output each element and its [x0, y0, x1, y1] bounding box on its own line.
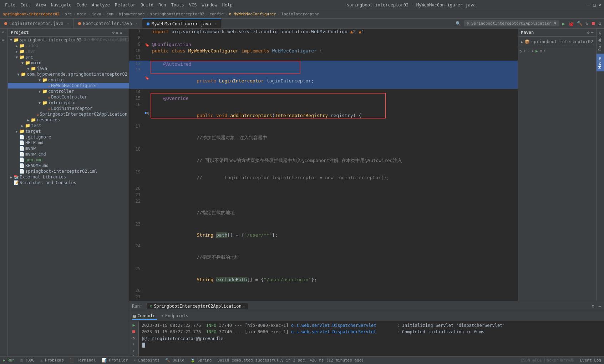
problems-button[interactable]: ⚠ Problems: [40, 358, 64, 363]
tree-item-root[interactable]: ▼ 📁 springboot-interceptor02 D:\HHH\Desk…: [8, 37, 129, 43]
sidebar-gear-icon[interactable]: ⚙: [120, 30, 122, 35]
run-play-button[interactable]: ▶: [131, 323, 137, 328]
tree-item-interceptor[interactable]: ▼ 📁 interceptor: [8, 100, 129, 106]
tab-mywebmvcconfigurer[interactable]: MyWebMvcConfigurer.java ✕: [142, 19, 221, 28]
tree-item-gitignore[interactable]: 📄 .gitignore: [8, 134, 129, 140]
tree-item-main[interactable]: ▼ 📁 main: [8, 60, 129, 66]
tab-mywebmvcconfigurer-close[interactable]: ✕: [214, 22, 217, 26]
tab-logininterceptor[interactable]: LoginInterceptor.java ✕: [0, 19, 74, 28]
breadcrumb-src[interactable]: src: [65, 12, 72, 16]
favorites-icon[interactable]: F: [0, 36, 7, 44]
debug-button[interactable]: 🐞: [568, 21, 574, 26]
vtab-maven[interactable]: Maven: [597, 54, 604, 71]
tab-bootcontroller[interactable]: BootController.java ✕: [74, 19, 142, 28]
tree-item-resources[interactable]: ▶ 📁 resources: [8, 117, 129, 123]
sidebar-collapse-icon[interactable]: —: [123, 30, 126, 35]
tree-item-mvn[interactable]: ▶ 📁 .mvn: [8, 49, 129, 54]
spring-button[interactable]: 🍃 Spring: [190, 358, 212, 363]
tree-item-target[interactable]: ▶ 📁 target: [8, 128, 129, 134]
tree-item-test[interactable]: ▶ 📁 test: [8, 123, 129, 128]
breadcrumb-logininterceptor[interactable]: loginInterceptor: [281, 12, 319, 16]
run-clear-button[interactable]: 🗑: [131, 355, 137, 356]
run-gutter-icon[interactable]: ●: [145, 111, 147, 115]
maven-run-icon[interactable]: ▶: [536, 49, 538, 54]
build-button-statusbar[interactable]: 🔨 Build: [165, 358, 184, 363]
run-stop-button[interactable]: ⏹: [131, 329, 137, 334]
tree-item-config[interactable]: ▼ 📁 config: [8, 77, 129, 83]
tree-item-java[interactable]: ▼ 📁 java: [8, 66, 129, 71]
breadcrumb-java[interactable]: java: [92, 12, 101, 16]
menu-tools[interactable]: Tools: [169, 2, 186, 8]
tab-logininterceptor-close[interactable]: ✕: [67, 21, 69, 25]
tree-item-mvnwcmd[interactable]: 📄 mvnw.cmd: [8, 151, 129, 157]
tree-item-scratches[interactable]: 📝 Scratches and Consoles: [8, 180, 129, 186]
code-scroll-area[interactable]: 7 import org.springframework.web.servlet…: [129, 29, 518, 301]
run-minimize-icon[interactable]: —: [599, 304, 601, 309]
close-button[interactable]: ✕: [599, 2, 601, 7]
breadcrumb-springbootinterceptor02[interactable]: springbootinterceptor02: [150, 12, 204, 16]
breadcrumb-config[interactable]: config: [209, 12, 224, 16]
menu-build[interactable]: Build: [138, 2, 156, 8]
tree-item-src[interactable]: ▼ 📁 src: [8, 54, 129, 60]
menu-navigate[interactable]: Navigate: [49, 2, 74, 8]
breadcrumb-project[interactable]: springboot-interceptor02: [3, 12, 60, 16]
todo-button[interactable]: ☑ TODO: [20, 358, 35, 363]
endpoints-button[interactable]: ⚡ Endpoints: [133, 358, 159, 363]
breadcrumb-configurer[interactable]: ⚙ MyWebMvcConfigurer: [229, 12, 276, 16]
build-button[interactable]: 🔨: [577, 21, 583, 26]
maven-refresh-icon[interactable]: ↻: [519, 49, 522, 54]
settings-icon-header[interactable]: ⚙: [599, 21, 601, 26]
menu-edit[interactable]: Edit: [18, 2, 33, 8]
maven-settings-icon[interactable]: ⚙: [587, 30, 590, 35]
tree-item-controller[interactable]: ▼ 📁 controller: [8, 89, 129, 94]
run-tab-close[interactable]: ✕: [243, 304, 245, 308]
tree-item-pomxml[interactable]: 📄 pom.xml: [8, 157, 129, 163]
stop-button[interactable]: ⏹: [591, 21, 596, 26]
menu-bar[interactable]: File Edit View Navigate Code Analyze Ref…: [3, 2, 235, 8]
update-button[interactable]: ↻: [585, 21, 588, 26]
window-controls[interactable]: — □ ✕: [588, 2, 601, 7]
tree-item-extlibs[interactable]: ▶ 📚 External Libraries: [8, 174, 129, 180]
run-app-tab[interactable]: ⚙ SpringbootInterceptor02Application ✕: [147, 303, 248, 309]
tree-item-bootcontroller[interactable]: ☕ BootController: [8, 94, 129, 100]
breadcrumb-main[interactable]: main: [77, 12, 87, 16]
menu-window[interactable]: Window: [199, 2, 219, 8]
breadcrumb-com[interactable]: com: [106, 12, 113, 16]
tree-item-application[interactable]: ☕ SpringbootInterceptor02Application: [8, 111, 129, 117]
profiler-button[interactable]: 📊 Profiler: [102, 358, 128, 363]
tree-item-mvnw[interactable]: 📄 mvnw: [8, 146, 129, 151]
console-tab[interactable]: ▤ Console: [132, 313, 157, 320]
maven-add-icon[interactable]: +: [523, 49, 526, 54]
sidebar-layout-icon[interactable]: ≡: [116, 30, 118, 35]
maven-exec-icon[interactable]: ⚡: [543, 49, 546, 54]
endpoints-tab[interactable]: ⚡ Endpoints: [160, 313, 190, 320]
menu-run[interactable]: Run: [156, 2, 168, 8]
sidebar-settings-icon[interactable]: ⚙: [112, 30, 115, 35]
run-scroll-start-button[interactable]: ⬆: [131, 348, 137, 353]
maven-row-project[interactable]: ▶ 📦 springboot-interceptor02: [518, 38, 596, 45]
breadcrumb-bjpowernode[interactable]: bjpowernode: [119, 12, 145, 16]
maven-collapse-icon[interactable]: —: [591, 30, 593, 35]
code-editor[interactable]: 7 import org.springframework.web.servlet…: [129, 29, 518, 301]
debug-gutter-icon[interactable]: @: [147, 111, 149, 115]
menu-code[interactable]: Code: [75, 2, 89, 8]
tree-item-mymvcconfig[interactable]: ☕ MyWebMvcConfigurer: [8, 83, 129, 89]
project-icon[interactable]: P: [0, 29, 7, 36]
tree-item-iml[interactable]: 📄 springboot-interceptor02.iml: [8, 168, 129, 174]
tree-item-logininterceptor[interactable]: ☕ LoginInterceptor: [8, 106, 129, 111]
tab-bootcontroller-close[interactable]: ✕: [136, 21, 138, 25]
tree-item-idea[interactable]: ▶ 📁 .idea: [8, 43, 129, 49]
run-button-statusbar[interactable]: ▶ Run: [3, 358, 15, 363]
terminal-button[interactable]: ⬛ Terminal: [70, 358, 96, 363]
run-settings-icon[interactable]: ⚙: [592, 304, 594, 309]
maven-m-icon[interactable]: m: [539, 49, 542, 54]
tree-item-readmemd[interactable]: 📄 README.md: [8, 163, 129, 168]
event-log-button[interactable]: Event Log: [580, 358, 601, 363]
run-config-dropdown[interactable]: ⚙ SpringbootInterceptor02Application ▼: [464, 20, 559, 26]
menu-analyze[interactable]: Analyze: [90, 2, 112, 8]
run-log-content[interactable]: 2023-01-15 08:27:22.776 INFO 37740 --- […: [139, 321, 604, 356]
run-scroll-end-button[interactable]: ⬇: [131, 342, 137, 347]
tree-item-helpmd[interactable]: 📄 HELP.md: [8, 140, 129, 146]
minimize-button[interactable]: —: [588, 2, 590, 7]
menu-view[interactable]: View: [34, 2, 48, 8]
